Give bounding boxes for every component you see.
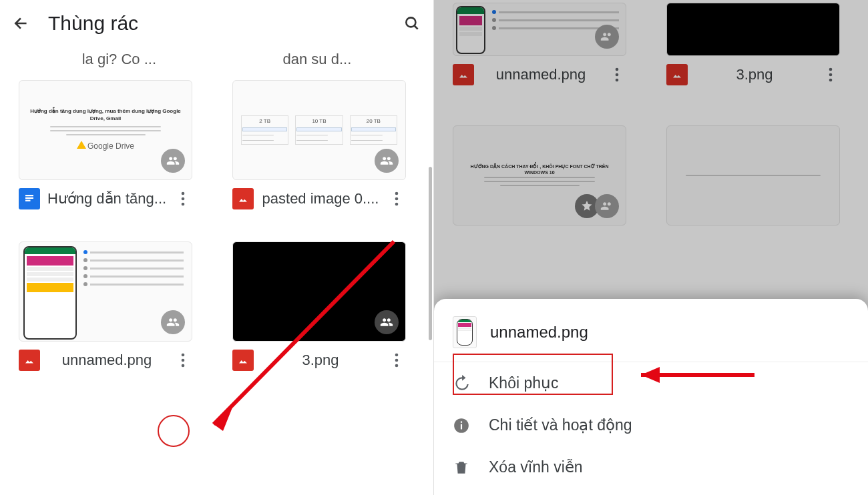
file-thumbnail bbox=[666, 125, 840, 225]
more-button bbox=[821, 65, 840, 84]
svg-point-10 bbox=[395, 354, 399, 357]
svg-point-1 bbox=[182, 192, 185, 195]
truncated-title: dan su d... bbox=[283, 51, 352, 68]
svg-point-5 bbox=[395, 197, 399, 201]
back-button[interactable] bbox=[11, 13, 32, 34]
details-item[interactable]: Chi tiết và hoạt động bbox=[434, 404, 868, 446]
sheet-header: unnamed.png bbox=[434, 312, 868, 362]
image-icon bbox=[666, 64, 688, 85]
more-button bbox=[608, 65, 626, 84]
screenshot-right: unnamed.png 3.png HƯỚNG DẪN CÁCH THAY ĐỔ… bbox=[434, 0, 868, 495]
more-button[interactable] bbox=[174, 189, 192, 208]
image-icon bbox=[453, 64, 474, 85]
svg-point-11 bbox=[395, 359, 399, 362]
shared-icon bbox=[161, 310, 185, 334]
svg-point-8 bbox=[182, 359, 185, 362]
page-title: Thùng rác bbox=[48, 12, 385, 35]
svg-point-0 bbox=[406, 17, 415, 27]
file-meta: pasted image 0.... bbox=[232, 180, 406, 209]
file-card[interactable]: unnamed.png bbox=[19, 241, 192, 371]
file-card[interactable]: 3.png bbox=[232, 241, 406, 371]
file-meta: unnamed.png bbox=[19, 342, 192, 371]
file-thumbnail: HƯỚNG DẪN CÁCH THAY ĐỔI , KHÔI PHỤC FONT… bbox=[453, 125, 626, 225]
shared-icon bbox=[375, 149, 399, 173]
svg-point-19 bbox=[829, 73, 833, 77]
restore-item[interactable]: Khôi phục bbox=[434, 362, 868, 404]
svg-point-17 bbox=[616, 79, 619, 82]
restore-label: Khôi phục bbox=[489, 374, 559, 392]
arrow-left-icon bbox=[13, 15, 30, 32]
doc-icon bbox=[19, 188, 40, 209]
file-thumbnail bbox=[232, 241, 406, 342]
svg-marker-14 bbox=[214, 404, 234, 431]
more-button[interactable] bbox=[174, 351, 192, 370]
file-name: unnamed.png bbox=[481, 66, 601, 83]
svg-point-15 bbox=[616, 68, 619, 71]
file-card bbox=[666, 125, 840, 225]
file-thumbnail bbox=[666, 3, 840, 56]
shared-icon bbox=[595, 25, 619, 49]
scroll-area[interactable]: la gi? Co ... dan su d... Hướng dẫn tăng… bbox=[0, 47, 433, 495]
image-icon bbox=[232, 350, 254, 371]
restore-icon bbox=[453, 375, 470, 392]
svg-point-2 bbox=[182, 197, 185, 201]
file-card: 3.png bbox=[666, 3, 840, 85]
delete-item[interactable]: Xóa vĩnh viễn bbox=[434, 446, 868, 488]
scrollbar[interactable] bbox=[429, 167, 432, 340]
file-thumbnail bbox=[453, 3, 626, 56]
header: Thùng rác bbox=[0, 0, 433, 47]
file-card[interactable]: Hướng dẫn tăng dung lượng, mua thêm dung… bbox=[19, 80, 192, 209]
screenshot-left: Thùng rác la gi? Co ... dan su d... Hướn… bbox=[0, 0, 434, 495]
file-card: unnamed.png bbox=[453, 3, 626, 85]
truncated-title: la gi? Co ... bbox=[82, 51, 156, 68]
svg-point-4 bbox=[395, 192, 399, 195]
delete-label: Xóa vĩnh viễn bbox=[489, 458, 583, 476]
file-meta: 3.png bbox=[232, 342, 406, 371]
details-label: Chi tiết và hoạt động bbox=[489, 416, 632, 434]
file-name: Hướng dẫn tăng... bbox=[47, 190, 167, 207]
bottom-sheet: unnamed.png Khôi phục Chi tiết và hoạt đ… bbox=[434, 299, 868, 495]
file-thumbnail: 2 TB 10 TB 20 TB bbox=[232, 80, 406, 180]
truncated-row: la gi? Co ... dan su d... bbox=[19, 47, 415, 80]
shared-icon bbox=[375, 310, 399, 334]
file-meta: Hướng dẫn tăng... bbox=[19, 180, 192, 209]
file-meta: 3.png bbox=[666, 56, 840, 85]
file-card: HƯỚNG DẪN CÁCH THAY ĐỔI , KHÔI PHỤC FONT… bbox=[453, 125, 626, 225]
file-thumbnail: Hướng dẫn tăng dung lượng, mua thêm dung… bbox=[19, 80, 192, 180]
image-icon bbox=[19, 350, 40, 371]
image-icon bbox=[232, 188, 254, 209]
svg-point-16 bbox=[616, 73, 619, 77]
svg-point-12 bbox=[395, 364, 399, 368]
file-meta: unnamed.png bbox=[453, 56, 626, 85]
annotation-circle bbox=[158, 415, 190, 447]
svg-point-6 bbox=[395, 203, 399, 206]
file-name: unnamed.png bbox=[47, 352, 167, 369]
sheet-thumbnail bbox=[453, 316, 477, 348]
sheet-filename: unnamed.png bbox=[490, 323, 588, 342]
file-card[interactable]: 2 TB 10 TB 20 TB pasted image 0.... bbox=[232, 80, 406, 209]
file-grid: Hướng dẫn tăng dung lượng, mua thêm dung… bbox=[19, 80, 415, 371]
info-icon bbox=[453, 417, 470, 434]
shared-icon bbox=[595, 194, 619, 218]
file-name: 3.png bbox=[694, 66, 815, 83]
more-button[interactable] bbox=[387, 351, 406, 370]
file-name: 3.png bbox=[260, 352, 381, 369]
svg-point-3 bbox=[182, 203, 185, 206]
svg-point-9 bbox=[182, 364, 185, 368]
search-button[interactable] bbox=[401, 13, 423, 34]
svg-point-7 bbox=[182, 354, 185, 357]
svg-point-18 bbox=[829, 68, 833, 71]
file-thumbnail bbox=[19, 241, 192, 342]
file-name: pasted image 0.... bbox=[260, 190, 381, 207]
svg-point-20 bbox=[829, 79, 833, 82]
trash-icon bbox=[453, 459, 470, 476]
shared-icon bbox=[161, 149, 185, 173]
more-button[interactable] bbox=[387, 189, 406, 208]
search-icon bbox=[403, 15, 421, 32]
